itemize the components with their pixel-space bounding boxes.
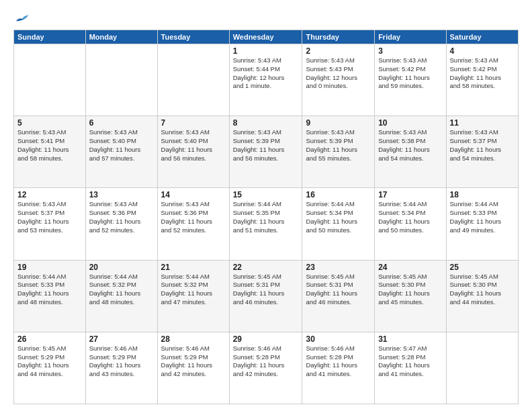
calendar-cell: 16Sunrise: 5:44 AMSunset: 5:34 PMDayligh… <box>302 188 375 260</box>
day-number: 14 <box>161 190 226 199</box>
day-info: Sunrise: 5:43 AMSunset: 5:36 PMDaylight:… <box>161 200 226 234</box>
day-info: Sunrise: 5:44 AMSunset: 5:34 PMDaylight:… <box>306 200 371 234</box>
day-number: 27 <box>89 334 154 344</box>
day-info: Sunrise: 5:44 AMSunset: 5:33 PMDaylight:… <box>450 200 515 234</box>
calendar-header-tuesday: Tuesday <box>157 30 229 44</box>
day-number: 19 <box>17 263 82 272</box>
day-number: 12 <box>17 190 82 199</box>
calendar-cell: 25Sunrise: 5:45 AMSunset: 5:30 PMDayligh… <box>446 260 518 332</box>
day-number: 7 <box>161 118 226 128</box>
day-info: Sunrise: 5:45 AMSunset: 5:30 PMDaylight:… <box>378 273 442 307</box>
day-number: 3 <box>378 46 442 56</box>
calendar-cell <box>157 44 229 116</box>
calendar-cell: 4Sunrise: 5:43 AMSunset: 5:42 PMDaylight… <box>446 44 518 116</box>
calendar-header-monday: Monday <box>85 30 157 44</box>
day-number: 16 <box>306 190 371 199</box>
day-info: Sunrise: 5:44 AMSunset: 5:32 PMDaylight:… <box>161 273 226 307</box>
calendar-week-row: 12Sunrise: 5:43 AMSunset: 5:37 PMDayligh… <box>14 188 519 260</box>
day-number: 15 <box>233 190 299 199</box>
calendar-cell: 31Sunrise: 5:47 AMSunset: 5:28 PMDayligh… <box>375 332 446 404</box>
calendar-cell: 12Sunrise: 5:43 AMSunset: 5:37 PMDayligh… <box>14 188 86 260</box>
day-info: Sunrise: 5:44 AMSunset: 5:34 PMDaylight:… <box>378 200 442 234</box>
day-number: 13 <box>89 190 154 199</box>
header <box>13 12 519 24</box>
day-info: Sunrise: 5:44 AMSunset: 5:35 PMDaylight:… <box>233 200 299 234</box>
day-number: 17 <box>378 190 442 199</box>
calendar-cell: 28Sunrise: 5:46 AMSunset: 5:29 PMDayligh… <box>157 332 229 404</box>
day-number: 23 <box>306 263 371 272</box>
calendar-cell: 24Sunrise: 5:45 AMSunset: 5:30 PMDayligh… <box>375 260 446 332</box>
day-info: Sunrise: 5:43 AMSunset: 5:44 PMDaylight:… <box>233 56 299 91</box>
calendar-cell: 5Sunrise: 5:43 AMSunset: 5:41 PMDaylight… <box>14 116 86 188</box>
day-number: 10 <box>378 118 442 128</box>
day-number: 8 <box>233 118 299 128</box>
day-info: Sunrise: 5:43 AMSunset: 5:37 PMDaylight:… <box>17 200 82 234</box>
day-info: Sunrise: 5:47 AMSunset: 5:28 PMDaylight:… <box>378 345 442 379</box>
day-number: 4 <box>450 46 515 56</box>
day-number: 18 <box>450 190 515 199</box>
day-info: Sunrise: 5:45 AMSunset: 5:29 PMDaylight:… <box>17 345 82 379</box>
day-number: 26 <box>17 334 82 344</box>
calendar-cell: 15Sunrise: 5:44 AMSunset: 5:35 PMDayligh… <box>229 188 302 260</box>
day-info: Sunrise: 5:45 AMSunset: 5:30 PMDaylight:… <box>450 273 515 307</box>
calendar-cell: 1Sunrise: 5:43 AMSunset: 5:44 PMDaylight… <box>229 44 302 116</box>
calendar-cell: 20Sunrise: 5:44 AMSunset: 5:32 PMDayligh… <box>85 260 157 332</box>
day-number: 22 <box>233 263 299 272</box>
calendar-week-row: 1Sunrise: 5:43 AMSunset: 5:44 PMDaylight… <box>14 44 519 116</box>
day-info: Sunrise: 5:45 AMSunset: 5:31 PMDaylight:… <box>306 273 371 307</box>
calendar-cell: 29Sunrise: 5:46 AMSunset: 5:28 PMDayligh… <box>229 332 302 404</box>
day-number: 1 <box>233 46 299 56</box>
calendar-cell: 21Sunrise: 5:44 AMSunset: 5:32 PMDayligh… <box>157 260 229 332</box>
calendar-header-row: SundayMondayTuesdayWednesdayThursdayFrid… <box>14 30 519 44</box>
calendar-cell <box>446 332 518 404</box>
day-info: Sunrise: 5:43 AMSunset: 5:37 PMDaylight:… <box>450 128 515 163</box>
day-number: 28 <box>161 334 226 344</box>
day-number: 25 <box>450 263 515 272</box>
calendar-cell: 26Sunrise: 5:45 AMSunset: 5:29 PMDayligh… <box>14 332 86 404</box>
day-info: Sunrise: 5:46 AMSunset: 5:28 PMDaylight:… <box>306 345 371 379</box>
calendar-header-wednesday: Wednesday <box>229 30 302 44</box>
day-number: 21 <box>161 263 226 272</box>
calendar-week-row: 26Sunrise: 5:45 AMSunset: 5:29 PMDayligh… <box>14 332 519 404</box>
calendar-cell: 7Sunrise: 5:43 AMSunset: 5:40 PMDaylight… <box>157 116 229 188</box>
day-number: 5 <box>17 118 82 128</box>
day-number: 11 <box>450 118 515 128</box>
calendar-cell: 9Sunrise: 5:43 AMSunset: 5:39 PMDaylight… <box>302 116 375 188</box>
day-info: Sunrise: 5:44 AMSunset: 5:33 PMDaylight:… <box>17 273 82 307</box>
calendar-cell: 2Sunrise: 5:43 AMSunset: 5:43 PMDaylight… <box>302 44 375 116</box>
day-number: 24 <box>378 263 442 272</box>
day-info: Sunrise: 5:43 AMSunset: 5:40 PMDaylight:… <box>161 128 226 163</box>
day-info: Sunrise: 5:43 AMSunset: 5:38 PMDaylight:… <box>378 128 442 163</box>
calendar-cell: 10Sunrise: 5:43 AMSunset: 5:38 PMDayligh… <box>375 116 446 188</box>
logo <box>13 12 30 24</box>
calendar-cell: 22Sunrise: 5:45 AMSunset: 5:31 PMDayligh… <box>229 260 302 332</box>
calendar-cell: 19Sunrise: 5:44 AMSunset: 5:33 PMDayligh… <box>14 260 86 332</box>
day-info: Sunrise: 5:46 AMSunset: 5:28 PMDaylight:… <box>233 345 299 379</box>
day-info: Sunrise: 5:45 AMSunset: 5:31 PMDaylight:… <box>233 273 299 307</box>
day-info: Sunrise: 5:43 AMSunset: 5:42 PMDaylight:… <box>378 56 442 91</box>
page: SundayMondayTuesdayWednesdayThursdayFrid… <box>0 0 532 411</box>
calendar-week-row: 5Sunrise: 5:43 AMSunset: 5:41 PMDaylight… <box>14 116 519 188</box>
calendar-cell: 30Sunrise: 5:46 AMSunset: 5:28 PMDayligh… <box>302 332 375 404</box>
calendar-cell: 18Sunrise: 5:44 AMSunset: 5:33 PMDayligh… <box>446 188 518 260</box>
calendar-cell: 14Sunrise: 5:43 AMSunset: 5:36 PMDayligh… <box>157 188 229 260</box>
day-info: Sunrise: 5:46 AMSunset: 5:29 PMDaylight:… <box>161 345 226 379</box>
day-number: 20 <box>89 263 154 272</box>
calendar-table: SundayMondayTuesdayWednesdayThursdayFrid… <box>13 30 519 404</box>
day-number: 6 <box>89 118 154 128</box>
day-info: Sunrise: 5:43 AMSunset: 5:42 PMDaylight:… <box>450 56 515 91</box>
day-info: Sunrise: 5:43 AMSunset: 5:40 PMDaylight:… <box>89 128 154 163</box>
day-info: Sunrise: 5:43 AMSunset: 5:41 PMDaylight:… <box>17 128 82 163</box>
calendar-cell: 23Sunrise: 5:45 AMSunset: 5:31 PMDayligh… <box>302 260 375 332</box>
calendar-cell: 11Sunrise: 5:43 AMSunset: 5:37 PMDayligh… <box>446 116 518 188</box>
day-info: Sunrise: 5:43 AMSunset: 5:39 PMDaylight:… <box>233 128 299 163</box>
calendar-cell: 6Sunrise: 5:43 AMSunset: 5:40 PMDaylight… <box>85 116 157 188</box>
day-number: 2 <box>306 46 371 56</box>
calendar-cell <box>85 44 157 116</box>
day-number: 9 <box>306 118 371 128</box>
day-number: 30 <box>306 334 371 344</box>
calendar-header-saturday: Saturday <box>446 30 518 44</box>
day-number: 29 <box>233 334 299 344</box>
day-info: Sunrise: 5:43 AMSunset: 5:36 PMDaylight:… <box>89 200 154 234</box>
day-info: Sunrise: 5:43 AMSunset: 5:39 PMDaylight:… <box>306 128 371 163</box>
